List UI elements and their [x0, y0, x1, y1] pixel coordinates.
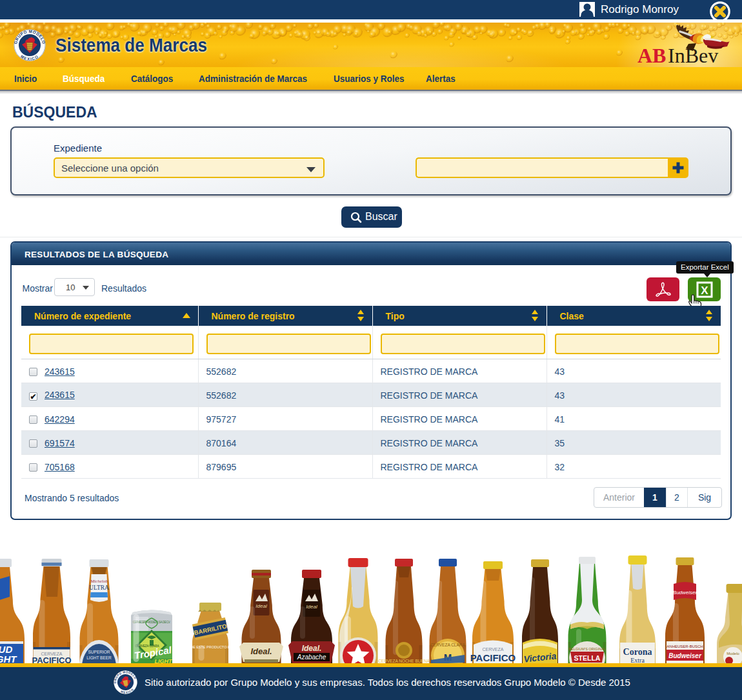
svg-text:CERVEZA NOCHE BUENA: CERVEZA NOCHE BUENA — [378, 659, 430, 663]
svg-text:Michelob: Michelob — [90, 579, 108, 584]
svg-text:LIGHT BEER: LIGHT BEER — [86, 655, 112, 660]
svg-text:Budweiser: Budweiser — [668, 652, 702, 659]
svg-text:Ideal: Ideal — [256, 603, 267, 609]
svg-text:CERVEZA: CERVEZA — [483, 647, 504, 652]
svg-text:Corona: Corona — [623, 647, 652, 657]
svg-text:Ideal.: Ideal. — [250, 646, 272, 656]
svg-text:Budweiser: Budweiser — [673, 590, 697, 595]
svg-text:CAMBIE DE ESTE PRODUCTO EL MIS: CAMBIE DE ESTE PRODUCTO EL MISMO — [175, 645, 245, 649]
svg-text:Ideal.: Ideal. — [302, 644, 322, 653]
svg-text:Ideal: Ideal — [306, 604, 317, 610]
svg-text:ULTRA: ULTRA — [89, 585, 109, 591]
svg-text:Azabache: Azabache — [297, 654, 326, 661]
svg-text:Modelo: Modelo — [727, 652, 739, 655]
svg-text:PACIFICO: PACIFICO — [470, 652, 516, 663]
svg-text:STELLA: STELLA — [574, 654, 601, 662]
svg-text:BELGIUM'S ORIGINAL: BELGIUM'S ORIGINAL — [568, 647, 605, 651]
svg-text:ANHEUSER-BUSCH: ANHEUSER-BUSCH — [667, 645, 703, 648]
svg-text:SUPERIOR: SUPERIOR — [88, 650, 110, 654]
svg-text:CERVEZA CLARA: CERVEZA CLARA — [430, 643, 465, 647]
